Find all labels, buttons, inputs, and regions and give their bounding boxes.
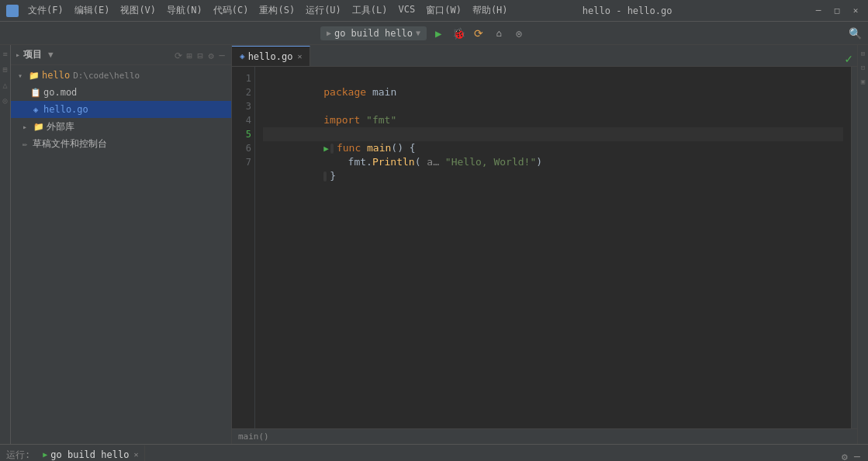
- bottom-hide-icon[interactable]: ─: [852, 451, 862, 460]
- run-config-dropdown[interactable]: ▶ go build hello ▼: [320, 26, 427, 40]
- project-expand-icon[interactable]: ⊞: [185, 50, 194, 60]
- debug-button[interactable]: 🐞: [450, 25, 467, 42]
- code-editor: 1 2 3 4 5 ▶ 6 7 package main import "fmt…: [232, 67, 857, 428]
- right-icon-2[interactable]: ⊡: [859, 64, 868, 73]
- import-path: "fmt": [366, 114, 396, 126]
- tree-scratch-label: 草稿文件和控制台: [33, 137, 107, 151]
- tab-close-button[interactable]: ✕: [297, 52, 302, 61]
- build-button[interactable]: ⟳: [470, 25, 487, 42]
- tree-item-scratch[interactable]: ✏ 草稿文件和控制台: [11, 135, 231, 152]
- window-controls: ─ □ ✕: [812, 5, 862, 17]
- coverage-button[interactable]: ⌂: [490, 25, 507, 42]
- window-title: hello - hello.go: [583, 5, 673, 16]
- file-mod-icon: 📋: [29, 86, 42, 99]
- right-icon-3[interactable]: ▣: [859, 78, 868, 87]
- editor-tab-hellogo[interactable]: ◈ hello.go ✕: [232, 46, 310, 66]
- project-collapse-icon[interactable]: ⊟: [195, 50, 205, 60]
- run-label: 运行:: [6, 449, 30, 461]
- maximize-button[interactable]: □: [831, 5, 843, 17]
- run-config-label: go build hello: [334, 28, 413, 39]
- menu-file[interactable]: 文件(F): [23, 2, 68, 19]
- println-open: (: [415, 156, 427, 168]
- title-bar: 文件(F) 编辑(E) 视图(V) 导航(N) 代码(C) 重构(S) 运行(U…: [0, 0, 868, 22]
- left-strip: ≡ ⊞ △ ◎: [0, 45, 11, 444]
- line-numbers: 1 2 3 4 5 ▶ 6 7: [232, 67, 255, 428]
- editor-tab-label: hello.go: [248, 51, 293, 62]
- run-indicator: ▶: [323, 144, 329, 154]
- menu-refactor[interactable]: 重构(S): [254, 2, 299, 19]
- keyword-func: func: [337, 142, 367, 154]
- folder-icon: ▸: [16, 50, 20, 59]
- tree-external-label: 外部库: [47, 120, 74, 133]
- run-tab-icon: ▶: [43, 450, 47, 459]
- editor-tabs: ◈ hello.go ✕ ✓: [232, 45, 857, 67]
- run-button[interactable]: ▶: [430, 25, 447, 42]
- line-num-4: 4: [235, 113, 251, 127]
- line-num-5: 5 ▶: [235, 127, 251, 141]
- menu-help[interactable]: 帮助(H): [468, 2, 513, 19]
- chevron-down-icon: ▾: [14, 69, 26, 81]
- keyword-package: package: [323, 86, 372, 98]
- tree-item-gomod[interactable]: 📋 go.mod: [11, 84, 231, 101]
- tree-item-external[interactable]: ▸ 📁 外部库: [11, 118, 231, 135]
- package-name: main: [372, 86, 396, 98]
- tree-root-label: hello: [42, 70, 70, 81]
- minimize-button[interactable]: ─: [812, 5, 825, 17]
- menu-run[interactable]: 运行(U): [301, 2, 346, 19]
- brace-area: [323, 172, 327, 182]
- left-icon-2[interactable]: ⊞: [1, 65, 10, 75]
- code-content[interactable]: package main import "fmt" ▶func main() {…: [255, 67, 851, 428]
- left-icon-4[interactable]: ◎: [1, 96, 10, 106]
- project-gear-icon[interactable]: ⚙: [206, 50, 216, 60]
- menu-code[interactable]: 代码(C): [209, 2, 254, 19]
- menu-vcs[interactable]: VCS: [394, 2, 420, 19]
- right-icon-1[interactable]: ⊞: [859, 50, 868, 59]
- line-num-1: 1: [235, 71, 251, 85]
- code-line-3: import "fmt": [263, 99, 843, 113]
- tree-item-root[interactable]: ▾ 📁 hello D:\code\hello: [11, 67, 231, 84]
- search-toolbar-button[interactable]: 🔍: [846, 25, 863, 42]
- profile-button[interactable]: ◎: [510, 25, 527, 42]
- close-button[interactable]: ✕: [849, 5, 862, 17]
- line-breakpoint-area: [330, 144, 334, 154]
- left-icon-1[interactable]: ≡: [1, 50, 10, 59]
- tree-item-hellogo[interactable]: ◈ hello.go: [11, 101, 231, 118]
- editor-status-bar: main(): [232, 428, 857, 444]
- project-dropdown-icon[interactable]: ▼: [48, 50, 54, 60]
- bottom-tabs: 运行: ▶ go build hello ✕ ⚙ ─: [0, 445, 868, 461]
- menu-bar: 文件(F) 编辑(E) 视图(V) 导航(N) 代码(C) 重构(S) 运行(U…: [23, 2, 513, 19]
- project-sync-icon[interactable]: ⟳: [174, 50, 183, 60]
- project-header: ▸ 项目 ▼ ⟳ ⊞ ⊟ ⚙ ─: [11, 45, 231, 65]
- bottom-gear-icon[interactable]: ⚙: [840, 451, 849, 460]
- line-num-6: 6: [235, 141, 251, 155]
- println-close: ): [536, 156, 542, 168]
- project-title: 项目: [23, 48, 42, 61]
- project-hide-icon[interactable]: ─: [217, 50, 227, 60]
- bottom-tab-run-close[interactable]: ✕: [133, 450, 138, 459]
- tree-hellogo-label: hello.go: [43, 104, 88, 115]
- menu-nav[interactable]: 导航(N): [162, 2, 207, 19]
- left-icon-3[interactable]: △: [1, 81, 10, 90]
- code-line-5: ▶func main() {: [263, 127, 843, 141]
- menu-edit[interactable]: 编辑(E): [70, 2, 115, 19]
- func-name: main: [367, 142, 391, 154]
- project-tree: ▾ 📁 hello D:\code\hello 📋 go.mod ◈ hello…: [11, 65, 231, 444]
- editor-area: ◈ hello.go ✕ ✓ 1 2 3 4 5 ▶ 6 7 pack: [232, 45, 857, 444]
- chevron-right-icon: ▸: [19, 120, 31, 133]
- pkg-fmt: fmt: [348, 156, 366, 168]
- bottom-tab-run-label: go build hello: [50, 449, 129, 460]
- bottom-tab-run[interactable]: ▶ go build hello ✕: [36, 445, 145, 462]
- right-icons: ⊞ ⊡ ▣: [857, 45, 868, 444]
- menu-view[interactable]: 视图(V): [116, 2, 161, 19]
- project-header-icons: ⟳ ⊞ ⊟ ⚙ ─: [174, 50, 227, 60]
- tree-root-path: D:\code\hello: [73, 71, 140, 81]
- scratch-file-icon: ✏: [19, 137, 31, 150]
- minimap: [851, 67, 857, 428]
- menu-window[interactable]: 窗口(W): [421, 2, 466, 19]
- hello-string: "Hello, World!": [445, 156, 536, 168]
- main-layout: ≡ ⊞ △ ◎ ▸ 项目 ▼ ⟳ ⊞ ⊟ ⚙ ─ ▾ 📁 hello D:\co…: [0, 45, 868, 444]
- func-println: Println: [372, 156, 415, 168]
- status-function: main(): [238, 432, 269, 442]
- menu-tools[interactable]: 工具(L): [348, 2, 393, 19]
- tree-gomod-label: go.mod: [43, 87, 77, 98]
